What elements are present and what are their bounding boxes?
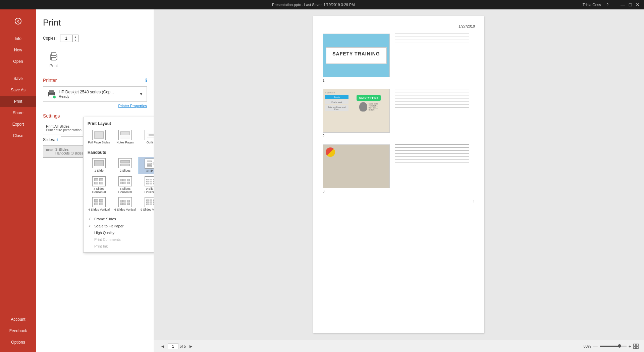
copies-spinners: ▲ ▼: [72, 35, 78, 42]
layout-top-row: Full Page Slides Notes Pages: [86, 128, 154, 146]
handouts-row-3: 4 Slides Vertical: [86, 196, 154, 213]
sidebar-item-save[interactable]: Save: [0, 73, 36, 84]
slide-left-2: Signature Sign in Find a book Take out P…: [323, 89, 390, 138]
sidebar-item-new[interactable]: New: [0, 44, 36, 56]
handout-9v-button[interactable]: 9 Slides Vertical: [139, 196, 154, 213]
handout-6h-button[interactable]: 6 Slides Horizontal: [112, 175, 138, 195]
printer-properties-link[interactable]: Printer Properties: [43, 104, 147, 108]
handout-1-slide-button[interactable]: 1 Slide: [86, 157, 112, 174]
sidebar-item-open[interactable]: Open: [0, 56, 36, 67]
sidebar-item-info[interactable]: Info: [0, 33, 36, 44]
new-label: New: [14, 48, 22, 52]
fit-page-icon[interactable]: [633, 344, 639, 349]
full-page-slides-button[interactable]: Full Page Slides: [86, 128, 112, 146]
note-line: [395, 89, 469, 89]
sidebar-item-close[interactable]: Close: [0, 130, 36, 141]
prev-page-button[interactable]: ◄: [159, 343, 166, 350]
slide3-icon: [326, 147, 335, 157]
note-line: [395, 160, 469, 160]
slide-row-1: SAFETY TRAINING · · · · · · · 1: [323, 34, 475, 82]
svg-rect-23: [636, 347, 638, 349]
note-line: [395, 104, 469, 104]
sidebar-item-export[interactable]: Export: [0, 119, 36, 130]
zoom-thumb[interactable]: [618, 344, 621, 348]
top-bar-right: Tricia Goss ? — □ ✕: [583, 2, 640, 7]
zoom-out-button[interactable]: —: [593, 344, 598, 349]
note-line: [395, 144, 469, 145]
close-button[interactable]: ✕: [635, 2, 640, 7]
slide2-btn-signin: Sign in: [325, 95, 348, 99]
printer-dropdown-arrow[interactable]: ▼: [139, 92, 143, 96]
back-button[interactable]: [0, 13, 36, 29]
slide-thumbnail-1: SAFETY TRAINING · · · · · · ·: [323, 34, 390, 77]
notes-lines-2: [395, 89, 475, 107]
next-page-button[interactable]: ►: [187, 343, 195, 350]
zoom-slider[interactable]: [600, 346, 627, 347]
handouts-row-2: 4 Slides Horizontal: [86, 175, 154, 195]
sidebar-item-account[interactable]: Account: [0, 314, 36, 325]
note-line: [395, 92, 469, 92]
slides-info-icon[interactable]: ℹ: [56, 137, 58, 142]
minimize-button[interactable]: —: [621, 2, 625, 7]
zoom-in-button[interactable]: +: [629, 344, 631, 349]
outline-button[interactable]: Outline: [139, 128, 154, 146]
page-number-bottom: 1: [323, 200, 475, 204]
printer-selector[interactable]: HP Deskjet 2540 series (Cop... Ready ▼: [43, 86, 147, 102]
safety-text: Safety StartsThink Safe...Work Safe...Be…: [369, 103, 378, 111]
handout-6v-button[interactable]: 6 Slides Vertical: [112, 196, 138, 213]
copies-down-button[interactable]: ▼: [73, 38, 78, 42]
note-line: [395, 34, 469, 34]
handout-9v-icon: [145, 197, 154, 207]
handout-1-icon: [92, 158, 106, 168]
notes-pages-button[interactable]: Notes Pages: [112, 128, 138, 146]
slide2-btn-paper: Take out Paper and Form: [325, 105, 348, 111]
scale-to-fit-option[interactable]: ✓ Scale to Fit Paper: [86, 222, 154, 229]
preview-scroll[interactable]: 1/27/2019 SAFETY TRAINING · · · · · · ·: [154, 9, 644, 340]
sidebar-item-feedback[interactable]: Feedback: [0, 325, 36, 337]
slide-number-3: 3: [323, 189, 390, 193]
sidebar-item-options[interactable]: Options: [0, 337, 36, 348]
slide-thumbnail-3: [323, 144, 390, 188]
printer-info-icon[interactable]: ℹ: [145, 78, 147, 83]
of-pages: of 5: [180, 344, 186, 348]
sidebar-item-save-as[interactable]: Save As: [0, 84, 36, 96]
note-line: [395, 153, 469, 154]
handout-3-slides-button[interactable]: 3 Slides: [139, 157, 154, 174]
svg-rect-8: [46, 149, 49, 151]
safety-graphic: Safety StartsThink Safe...Work Safe...Be…: [359, 102, 378, 112]
svg-rect-12: [120, 132, 130, 135]
printer-icon-wrap: [47, 89, 56, 99]
note-line: [395, 157, 469, 157]
frame-slides-check: ✓: [88, 217, 92, 221]
slide1-inner: SAFETY TRAINING · · · · · · ·: [326, 47, 387, 64]
notes-lines-3: [395, 144, 475, 163]
window-controls: — □ ✕: [621, 2, 640, 7]
handout-6h-icon: [118, 176, 132, 186]
handout-4v-button[interactable]: 4 Slides Vertical: [86, 196, 112, 213]
slide2-bg: Signature Sign in Find a book Take out P…: [323, 89, 389, 132]
slide2-right: SAFETY FIRST Safety StartsThink Safe...W…: [350, 95, 387, 130]
handout-2-icon: [118, 158, 132, 168]
sidebar-item-share[interactable]: Share: [0, 107, 36, 119]
frame-slides-option[interactable]: ✓ Frame Slides: [86, 215, 154, 222]
page-input[interactable]: [168, 343, 178, 349]
sidebar-divider-2: [5, 311, 31, 311]
handout-9h-button[interactable]: 9 Slides Horizontal: [139, 175, 154, 195]
slide2-content: Sign in Find a book Take out Paper and F…: [325, 95, 387, 130]
print-what-text: Print All Slides: [46, 124, 82, 128]
preview-area: 1/27/2019 SAFETY TRAINING · · · · · · ·: [154, 9, 644, 352]
print-button[interactable]: Print: [43, 49, 64, 71]
sidebar-item-print[interactable]: Print: [0, 96, 36, 107]
maximize-button[interactable]: □: [628, 2, 633, 7]
note-line: [395, 147, 469, 148]
slide1-bg: SAFETY TRAINING · · · · · · ·: [323, 34, 389, 77]
handout-2-slides-button[interactable]: 2 Slides: [112, 157, 138, 174]
copies-up-button[interactable]: ▲: [73, 35, 78, 38]
copies-input[interactable]: [60, 35, 72, 42]
note-line: [395, 40, 469, 40]
help-icon[interactable]: ?: [606, 3, 608, 7]
handout-4h-button[interactable]: 4 Slides Horizontal: [86, 175, 112, 195]
high-quality-option[interactable]: High Quality: [86, 229, 154, 236]
svg-point-4: [56, 56, 57, 57]
svg-rect-3: [51, 57, 56, 60]
